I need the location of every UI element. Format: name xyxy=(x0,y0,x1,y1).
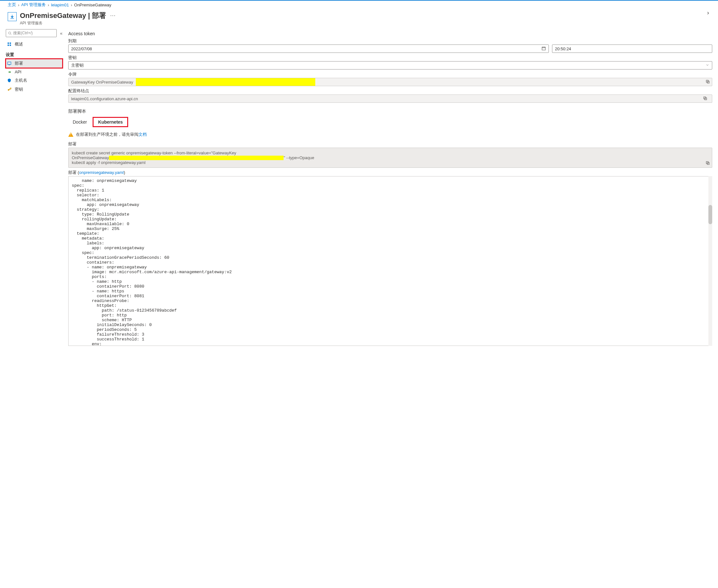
expiry-date-value: 2022/07/08 xyxy=(71,46,92,51)
sidebar-item-label: 部署 xyxy=(15,61,23,66)
breadcrumb-sep: › xyxy=(18,3,19,7)
svg-rect-2 xyxy=(9,43,11,44)
svg-rect-8 xyxy=(542,47,546,50)
shield-icon xyxy=(6,78,12,83)
warning-banner: 在部署到生产环境之前，请先审阅文档 xyxy=(68,132,712,138)
chevron-down-icon xyxy=(705,63,709,68)
collapse-sidebar-icon[interactable]: « xyxy=(60,31,62,36)
docs-link[interactable]: 文档 xyxy=(138,132,147,137)
access-token-heading: Access token xyxy=(68,31,712,36)
breadcrumb-instance[interactable]: leiapim01 xyxy=(51,3,69,7)
sidebar: 搜索(Ctrl+/) « 概述 设置 部署 API xyxy=(0,29,62,356)
deploy-icon xyxy=(6,61,12,66)
cmd-line-2b: " --type=Opaque xyxy=(284,155,314,160)
sidebar-item-label: 密钥 xyxy=(15,86,23,92)
svg-rect-1 xyxy=(8,43,9,44)
secret-label: 密钥 xyxy=(68,55,712,61)
svg-rect-4 xyxy=(9,44,11,46)
copy-icon[interactable] xyxy=(705,161,710,166)
svg-point-6 xyxy=(9,71,10,73)
page-subtitle: API 管理服务 xyxy=(20,21,106,26)
gateway-icon xyxy=(8,12,17,21)
expand-button[interactable] xyxy=(706,11,710,16)
sidebar-item-label: 概述 xyxy=(15,41,23,47)
cmd-redacted xyxy=(109,156,284,160)
warning-icon xyxy=(68,132,74,137)
key-icon xyxy=(6,87,12,91)
endpoint-field[interactable]: leiapim01.configuration.azure-api.cn xyxy=(68,94,712,103)
yaml-scrollbar-track[interactable] xyxy=(709,176,712,346)
breadcrumb-sep: › xyxy=(48,3,49,7)
endpoint-label: 配置终结点 xyxy=(68,88,712,94)
tab-kubernetes[interactable]: Kubernetes xyxy=(93,117,128,127)
copy-icon[interactable] xyxy=(703,79,712,85)
more-button[interactable]: … xyxy=(110,11,116,18)
deploy-scripts-heading: 部署脚本 xyxy=(68,109,712,114)
endpoint-value: leiapim01.configuration.azure-api.cn xyxy=(71,97,138,101)
cmd-line-2a: OnPremiseGateway xyxy=(72,155,109,160)
sidebar-item-label: API xyxy=(15,69,21,74)
cmd-line-3: kubectl apply -f onpremisegateway.yaml xyxy=(72,160,145,165)
calendar-icon[interactable] xyxy=(541,46,546,51)
svg-rect-5 xyxy=(8,62,11,64)
sidebar-section-settings: 设置 xyxy=(6,52,62,58)
breadcrumb-home[interactable]: 主页 xyxy=(8,2,16,8)
search-placeholder: 搜索(Ctrl+/) xyxy=(13,30,33,36)
yaml-filename-link[interactable]: onpremisegateway.yaml xyxy=(79,170,124,175)
page-title: OnPremiseGateway | 部署 xyxy=(20,11,106,21)
breadcrumb-service[interactable]: API 管理服务 xyxy=(21,2,46,8)
sidebar-item-deploy[interactable]: 部署 xyxy=(6,59,62,68)
token-prefix: GatewayKey OnPremiseGateway xyxy=(68,79,136,86)
sidebar-item-overview[interactable]: 概述 xyxy=(6,40,62,49)
secret-select-value: 主密钥 xyxy=(71,62,84,68)
cmd-line-1: kubectl create secret generic onpremiseg… xyxy=(72,150,236,155)
svg-point-0 xyxy=(9,32,11,34)
secret-select[interactable]: 主密钥 xyxy=(68,61,712,69)
tab-docker[interactable]: Docker xyxy=(68,118,91,126)
token-field[interactable]: GatewayKey OnPremiseGateway xyxy=(68,78,712,86)
expiry-time-value: 20:50:24 xyxy=(555,46,571,51)
expiry-label: 到期 xyxy=(68,38,712,44)
expiry-time-input[interactable]: 20:50:24 xyxy=(552,44,712,53)
yaml-scrollbar-thumb[interactable] xyxy=(709,205,712,224)
page-header: OnPremiseGateway | 部署 API 管理服务 … xyxy=(0,9,718,29)
overview-icon xyxy=(6,42,12,46)
yaml-code-box[interactable]: name: onpremisegateway spec: replicas: 1… xyxy=(68,176,712,346)
token-redacted xyxy=(136,78,315,86)
api-icon xyxy=(6,70,12,74)
search-input[interactable]: 搜索(Ctrl+/) xyxy=(6,29,57,37)
script-tabs: Docker Kubernetes xyxy=(68,117,712,127)
token-label: 令牌 xyxy=(68,71,712,77)
deploy-command-box[interactable]: kubectl create secret generic onpremiseg… xyxy=(68,148,712,168)
yaml-header: 部署 (onpremisegateway.yaml) xyxy=(68,170,712,175)
warning-text: 在部署到生产环境之前，请先审阅 xyxy=(76,132,138,137)
yaml-content: name: onpremisegateway spec: replicas: 1… xyxy=(72,178,232,346)
breadcrumb-current: OnPremiseGateway xyxy=(74,3,111,7)
breadcrumb-sep: › xyxy=(71,3,72,7)
sidebar-item-secret[interactable]: 密钥 xyxy=(6,85,62,94)
sidebar-item-label: 主机名 xyxy=(15,78,27,83)
deploy-label: 部署 xyxy=(68,141,712,147)
sidebar-item-hostname[interactable]: 主机名 xyxy=(6,76,62,85)
breadcrumb: 主页 › API 管理服务 › leiapim01 › OnPremiseGat… xyxy=(0,0,718,9)
svg-rect-3 xyxy=(8,44,9,46)
main-content: Access token 到期 2022/07/08 20:50:24 密钥 主… xyxy=(62,29,718,356)
sidebar-item-api[interactable]: API xyxy=(6,68,62,76)
copy-icon[interactable] xyxy=(701,96,709,102)
expiry-date-input[interactable]: 2022/07/08 xyxy=(68,44,549,53)
